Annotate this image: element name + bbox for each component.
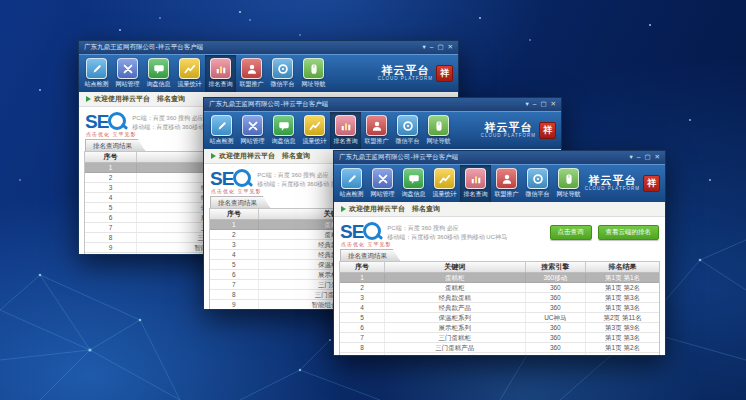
cell-engine: 360移动 (525, 273, 586, 283)
table-header-row: 序号关键词搜索引擎排名结果 (340, 262, 659, 273)
cell-no: 2 (85, 173, 136, 183)
close-button[interactable]: ✕ (448, 44, 453, 51)
toolbar-item-site-manage[interactable]: 网站管理 (367, 165, 398, 202)
toolbar-item-label: 网站管理 (241, 137, 265, 146)
engines-pc: PC端：百度 360 搜狗 必应 (387, 224, 507, 233)
toolbar-item-label: 微信平台 (271, 80, 295, 89)
toolbar-item-wechat-platform[interactable]: 微信平台 (522, 165, 553, 202)
toolbar-item-traffic-stats[interactable]: 流量统计 (299, 112, 330, 149)
toolbar-item-alliance-promo[interactable]: 联盟推广 (361, 112, 392, 149)
toolbar-item-label: 站点检测 (85, 80, 109, 89)
toolbar-item-alliance-promo[interactable]: 联盟推广 (491, 165, 522, 202)
table-row[interactable]: 2蛋糕柜360第1页 第2名 (340, 283, 659, 293)
skin-button[interactable]: ▾ (526, 101, 529, 108)
toolbar-item-site-check[interactable]: 站点检测 (336, 165, 367, 202)
cell-keyword: 展示柜系列 (385, 323, 525, 333)
welcome-text: 欢迎使用祥云平台 (219, 151, 275, 161)
wechat-platform-icon (527, 168, 548, 189)
minimize-button[interactable]: – (637, 154, 641, 161)
tab-rank-results[interactable]: 排名查询结果 (210, 196, 270, 208)
maximize-button[interactable]: ▢ (644, 154, 650, 161)
cell-engine: 360 (525, 283, 586, 293)
cell-rank: 第1页 第2名 (586, 283, 659, 293)
minimize-button[interactable]: – (533, 101, 537, 108)
section-title: 排名查询 (157, 94, 185, 104)
cell-no: 10 (85, 253, 136, 255)
cell-no: 4 (340, 303, 385, 313)
wechat-platform-icon (272, 58, 293, 79)
brand-name: 祥云平台 (381, 65, 429, 76)
traffic-stats-icon (304, 115, 325, 136)
skin-button[interactable]: ▾ (423, 44, 426, 51)
cell-no: 1 (210, 220, 258, 230)
table-row[interactable]: 9智能组合蛋糕炉搜狗第1页 第3名 (340, 353, 659, 356)
close-button[interactable]: ✕ (655, 154, 660, 161)
toolbar: 站点检测网站管理询盘信息流量统计排名查询联盟推广微信平台网址导航 祥云平台 CL… (79, 54, 458, 92)
site-manage-icon (372, 168, 393, 189)
site-nav-icon (428, 115, 449, 136)
toolbar-item-alliance-promo[interactable]: 联盟推广 (236, 55, 267, 92)
magnifier-icon (363, 222, 381, 240)
table-row[interactable]: 1蛋糕柜360移动第1页 第1名 (340, 273, 659, 283)
cell-rank: 第1页 第3名 (586, 333, 659, 343)
traffic-stats-icon (434, 168, 455, 189)
toolbar-item-traffic-stats[interactable]: 流量统计 (429, 165, 460, 202)
column-header: 序号 (85, 152, 136, 163)
toolbar-item-site-check[interactable]: 站点检测 (81, 55, 112, 92)
table-row[interactable]: 5保温柜系列UC神马第2页 第11名 (340, 313, 659, 323)
toolbar-item-wechat-platform[interactable]: 微信平台 (392, 112, 423, 149)
skin-button[interactable]: ▾ (630, 154, 633, 161)
site-manage-icon (242, 115, 263, 136)
toolbar-item-rank-query[interactable]: 排名查询 (460, 165, 491, 202)
maximize-button[interactable]: ▢ (540, 101, 546, 108)
view-cloud-rank-button[interactable]: 查看云端的排名 (598, 225, 660, 240)
toolbar-item-rank-query[interactable]: 排名查询 (330, 112, 361, 149)
toolbar-item-label: 询盘信息 (402, 190, 426, 199)
toolbar-item-inquiry-info[interactable]: 询盘信息 (268, 112, 299, 149)
toolbar-item-label: 联盟推广 (495, 190, 519, 199)
close-button[interactable]: ✕ (551, 101, 556, 108)
cell-no: 8 (210, 290, 258, 300)
title-bar: 广东九鼎王监网有限公司-祥云平台客户端 ▾ – ▢ ✕ (79, 41, 458, 54)
tab-rank-results[interactable]: 排名查询结果 (85, 139, 145, 151)
toolbar-item-traffic-stats[interactable]: 流量统计 (174, 55, 205, 92)
cell-no: 7 (85, 223, 136, 233)
site-manage-icon (117, 58, 138, 79)
app-window-front: 广东九鼎王监网有限公司-祥云平台客户端 ▾ – ▢ ✕ 站点检测网站管理询盘信息… (333, 150, 666, 356)
cell-no: 9 (340, 353, 385, 356)
column-header: 搜索引擎 (525, 262, 586, 273)
tab-rank-results[interactable]: 排名查询结果 (340, 249, 400, 261)
cell-rank: 第1页 第3名 (586, 293, 659, 303)
toolbar-item-site-check[interactable]: 站点检测 (206, 112, 237, 149)
cell-no: 1 (340, 273, 385, 283)
site-check-icon (211, 115, 232, 136)
window-controls: ▾ – ▢ ✕ (630, 154, 661, 161)
toolbar-item-inquiry-info[interactable]: 询盘信息 (398, 165, 429, 202)
minimize-button[interactable]: – (430, 44, 434, 51)
brand-subtitle: CLOUD PLATFORM (481, 134, 536, 139)
table-row[interactable]: 4经典款产品360第1页 第3名 (340, 303, 659, 313)
toolbar-item-site-nav[interactable]: 网址导航 (553, 165, 584, 202)
table-row[interactable]: 3经典款蛋糕360第1页 第3名 (340, 293, 659, 303)
maximize-button[interactable]: ▢ (437, 44, 443, 51)
toolbar-item-site-manage[interactable]: 网站管理 (237, 112, 268, 149)
cell-no: 6 (210, 270, 258, 280)
site-check-icon (86, 58, 107, 79)
toolbar-item-site-nav[interactable]: 网址导航 (423, 112, 454, 149)
toolbar-item-label: 询盘信息 (147, 80, 171, 89)
query-button[interactable]: 点击查询 (550, 225, 592, 240)
table-row[interactable]: 6展示柜系列360第3页 第9名 (340, 323, 659, 333)
toolbar-item-site-nav[interactable]: 网址导航 (298, 55, 329, 92)
toolbar-item-rank-query[interactable]: 排名查询 (205, 55, 236, 92)
toolbar-item-inquiry-info[interactable]: 询盘信息 (143, 55, 174, 92)
site-nav-icon (303, 58, 324, 79)
rank-query-icon (465, 168, 486, 189)
cell-engine: UC神马 (525, 313, 586, 323)
section-title: 排名查询 (282, 151, 310, 161)
toolbar-item-wechat-platform[interactable]: 微信平台 (267, 55, 298, 92)
cell-no: 7 (210, 280, 258, 290)
table-row[interactable]: 8三门蛋糕产品360第1页 第2名 (340, 343, 659, 353)
toolbar-item-site-manage[interactable]: 网站管理 (112, 55, 143, 92)
seo-letters: SE (210, 169, 233, 188)
table-row[interactable]: 7三门蛋糕柜360第1页 第3名 (340, 333, 659, 343)
